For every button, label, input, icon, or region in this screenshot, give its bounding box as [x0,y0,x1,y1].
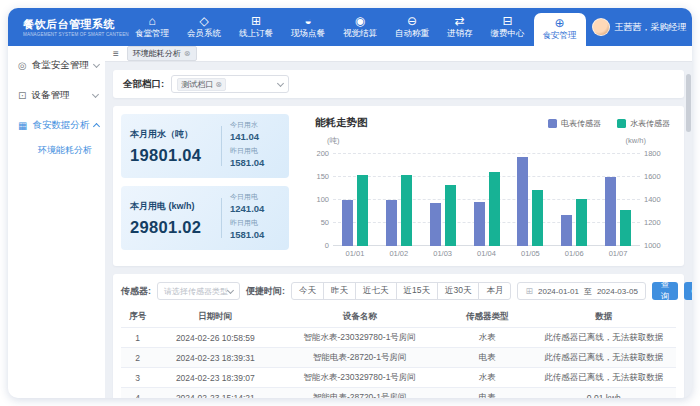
table-row[interactable]: 22024-02-23 18:39:31智能电表-28720-1号房间电表此传感… [121,348,676,368]
stall-select[interactable]: 测试档口 ⊗ [171,75,289,93]
quick-date-button-4[interactable]: 近15天 [396,282,438,300]
sidebar: ◎食堂安全管理⊡设备管理▦食安数据分析环境能耗分析 [8,46,105,398]
bar-电表传感器[interactable] [474,202,485,246]
stall-tag-close-icon[interactable]: ⊗ [215,80,222,89]
table-cell: 此传感器已离线，无法获取数据 [532,328,676,348]
legend-item[interactable]: 水表传感器 [617,118,670,129]
user-name: 王茜茜，采购经理 [615,21,687,34]
column-header: 日期时间 [154,307,276,328]
stall-filter-label: 全部档口: [123,78,164,91]
nav-item-8[interactable]: ⊟缴费中心 [482,8,534,46]
date-end: 2024-03-05 [597,287,638,296]
sensor-select-placeholder: 请选择传感器类型 [164,286,228,297]
legend-swatch [617,119,626,128]
legend-item[interactable]: 电表传感器 [548,118,601,129]
nav-item-3[interactable]: ⊞线上订餐 [230,8,282,46]
left-axis-tick: 100 [303,195,329,204]
bar-电表传感器[interactable] [561,215,572,246]
user-menu[interactable]: 王茜茜，采购经理 ⋮ [586,8,693,46]
bar-电表传感器[interactable] [386,200,397,246]
electric-stat-card: 本月用电 (kw/h) 29801.02 今日用电 1241.04 昨日用电 1… [121,186,289,250]
app-subtitle: MANAGEMENT SYSTEM OF SMART CANTEEN [23,32,129,37]
nav-item-7[interactable]: ⇄进销存 [438,8,482,46]
sensor-type-select[interactable]: 请选择传感器类型 [157,282,240,300]
energy-trend-chart: 能耗走势图 电表传感器水表传感器 (吨) (kw/h) 010005012001… [301,114,676,258]
table-cell: 2024-02-23 18:39:31 [154,348,276,368]
tab-bar: ≡ 环境能耗分析 ⊗ [105,46,692,62]
sidebar-item-canteen-safety[interactable]: ◎食堂安全管理 [8,50,105,80]
collapse-sidebar-icon[interactable]: ≡ [113,49,119,59]
bar-电表传感器[interactable] [430,203,441,246]
chart-title: 能耗走势图 [315,116,368,130]
auto-weigh-icon: ⊖ [407,15,417,27]
water-today-label: 今日用水 [230,120,280,130]
bar-水表传感器[interactable] [620,210,631,246]
quick-date-button-6[interactable]: 本月 [478,282,511,300]
date-range-picker[interactable]: ⊞ 2024-01-01 至 2024-03-05 [517,282,645,300]
bar-电表传感器[interactable] [517,157,528,246]
water-value: 19801.04 [130,146,213,165]
table-row[interactable]: 32024-02-23 18:39:07智能水表-230329780-1号房间水… [121,368,676,388]
table-cell: 1 [121,328,154,348]
bar-电表传感器[interactable] [605,177,616,246]
bar-水表传感器[interactable] [576,199,587,246]
nav-item-4[interactable]: ◒现场点餐 [282,8,334,46]
refresh-button[interactable]: ⟳ [684,282,692,300]
legend-swatch [548,119,557,128]
more-icon[interactable]: ⋮ [692,21,693,34]
tab-label: 环境能耗分析 [133,48,181,59]
nav-item-6[interactable]: ⊖自动称重 [386,8,438,46]
nav-label: 进销存 [447,28,473,40]
bar-水表传感器[interactable] [401,175,412,246]
table-row[interactable]: 42024-02-23 15:14:21智能电表-28720-1号房间电表0.0… [121,388,676,399]
table-cell: 2024-02-23 15:14:21 [154,388,276,399]
stall-tag: 测试档口 ⊗ [177,78,226,91]
bar-group [333,154,377,246]
quick-date-button-5[interactable]: 近30天 [437,282,479,300]
nav-label: 线上订餐 [239,28,273,40]
table-cell: 智能电表-28720-1号房间 [276,388,443,399]
bar-group [596,154,640,246]
bar-水表传感器[interactable] [489,172,500,246]
quick-date-button-2[interactable]: 昨天 [323,282,356,300]
electric-today-value: 1241.04 [230,203,280,214]
sidebar-item-food-safety-analysis[interactable]: ▦食安数据分析 [8,110,105,140]
avatar[interactable] [592,18,610,36]
x-axis-label: 01/06 [552,249,596,258]
right-axis-tick: 1400 [644,195,674,204]
quick-date-button-1[interactable]: 今天 [291,282,324,300]
bar-水表传感器[interactable] [357,175,368,246]
bar-水表传感器[interactable] [445,185,456,246]
nav-item-2[interactable]: ◇会员系统 [178,8,230,46]
sidebar-subitem-env-energy[interactable]: 环境能耗分析 [8,140,105,161]
quick-date-button-3[interactable]: 近七天 [355,282,397,300]
payment-center-icon: ⊟ [502,15,512,27]
legend-label: 水表传感器 [630,118,670,129]
tab-close-icon[interactable]: ⊗ [184,49,191,58]
chevron-down-icon [92,90,99,97]
nav-item-1[interactable]: ⌂食堂管理 [126,8,178,46]
sensor-filter-label: 传感器: [121,285,151,298]
sidebar-item-device-manage[interactable]: ⊡设备管理 [8,80,105,110]
app-header: 餐饮后台管理系统 MANAGEMENT SYSTEM OF SMART CANT… [8,8,692,46]
nav-label: 会员系统 [187,28,221,40]
chart-legend: 电表传感器水表传感器 [548,118,670,129]
nav-item-5[interactable]: ◉视觉结算 [334,8,386,46]
inventory-icon: ⇄ [455,15,465,27]
tab-env-energy-analysis[interactable]: 环境能耗分析 ⊗ [127,46,197,61]
table-cell: 此传感器已离线，无法获取数据 [532,368,676,388]
electric-title: 本月用电 (kw/h) [130,200,213,213]
quick-time-label: 便捷时间: [246,285,285,298]
search-button[interactable]: 查询 [652,282,679,300]
right-axis-tick: 1800 [644,149,674,158]
bar-电表传感器[interactable] [342,200,353,246]
vertical-scrollbar[interactable] [686,74,691,132]
nav-item-9[interactable]: ⊕食安管理 [534,13,586,46]
bar-水表传感器[interactable] [532,190,543,246]
legend-label: 电表传感器 [561,118,601,129]
table-row[interactable]: 12024-02-26 10:58:59智能水表-230329780-1号房间水… [121,328,676,348]
bar-group [421,154,465,246]
quick-date-buttons: 今天昨天近七天近15天近30天本月 [291,282,511,300]
chart-plot: 01000501200100140015016002001800 [333,154,640,246]
chevron-down-icon [93,60,100,67]
